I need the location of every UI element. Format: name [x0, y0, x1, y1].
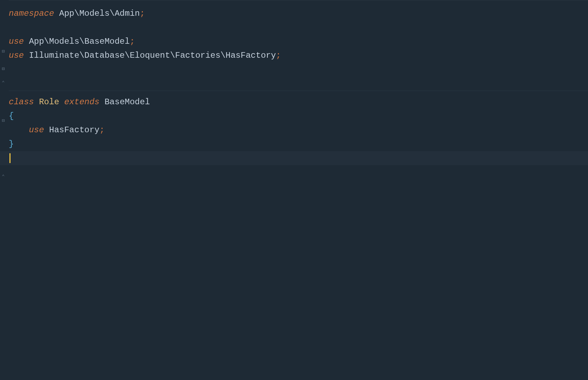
class-name: Role [39, 95, 59, 109]
code-line-empty[interactable] [9, 77, 588, 91]
code-text [24, 35, 29, 49]
code-text [44, 123, 49, 137]
semicolon: ; [130, 35, 135, 49]
code-editor[interactable]: ⊟ ⊟ ⌃ ⊟ ⌃ namespace App\Models\Admin; us… [0, 0, 588, 380]
open-brace: { [9, 109, 14, 123]
code-line[interactable]: use HasFactory; [9, 123, 588, 137]
semicolon: ; [140, 7, 145, 21]
code-area[interactable]: namespace App\Models\Admin; use App\Mode… [7, 0, 588, 380]
base-type: BaseModel [105, 95, 150, 109]
fold-marker-icon[interactable]: ⊟ [2, 117, 5, 120]
code-line[interactable]: use Illuminate\Database\Eloquent\Factori… [9, 49, 588, 63]
keyword-namespace: namespace [9, 7, 54, 21]
code-line-empty[interactable] [9, 63, 588, 77]
use-path: Illuminate\Database\Eloquent\Factories\H… [29, 49, 276, 63]
section-divider [9, 0, 588, 0]
code-line[interactable]: { [9, 109, 588, 123]
keyword-extends: extends [64, 95, 99, 109]
keyword-use: use [9, 35, 24, 49]
keyword-use: use [29, 123, 44, 137]
keyword-class: class [9, 95, 34, 109]
code-text [59, 95, 64, 109]
use-path: App\Models\BaseModel [29, 35, 130, 49]
code-line[interactable]: namespace App\Models\Admin; [9, 7, 588, 21]
fold-marker-icon[interactable]: ⊟ [2, 65, 5, 69]
code-text [54, 7, 59, 21]
semicolon: ; [99, 123, 104, 137]
fold-marker-icon[interactable]: ⊟ [2, 48, 5, 51]
code-line[interactable]: use App\Models\BaseModel; [9, 35, 588, 49]
close-brace: } [9, 137, 14, 151]
indent [9, 123, 29, 137]
namespace-path: App\Models\Admin [59, 7, 140, 21]
code-line[interactable]: } [9, 137, 588, 151]
keyword-use: use [9, 49, 24, 63]
semicolon: ; [276, 49, 281, 63]
text-cursor [9, 153, 10, 163]
code-text [24, 49, 29, 63]
fold-end-icon: ⌃ [2, 79, 5, 83]
code-line-current[interactable] [0, 151, 588, 165]
code-text [99, 95, 104, 109]
code-line[interactable]: class Role extends BaseModel [9, 95, 588, 109]
code-line-empty[interactable] [9, 21, 588, 35]
code-text [34, 95, 39, 109]
section-divider [9, 91, 588, 91]
trait-name: HasFactory [49, 123, 99, 137]
gutter: ⊟ ⊟ ⌃ ⊟ ⌃ [0, 0, 7, 380]
fold-end-icon: ⌃ [2, 173, 5, 176]
